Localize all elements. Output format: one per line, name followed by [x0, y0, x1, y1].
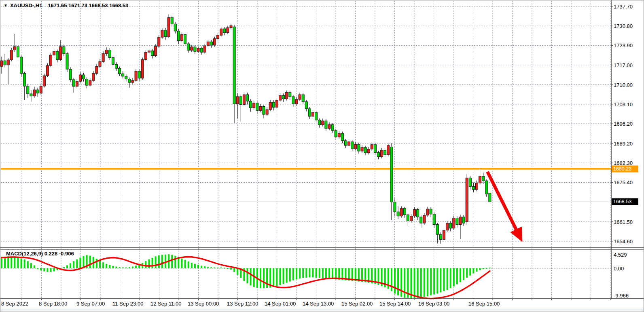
time-tick-label: 13 Sep 12:00: [227, 301, 258, 307]
time-tick-label: 8 Sep 18:00: [39, 301, 67, 307]
time-tick-label: 14 Sep 01:00: [265, 301, 296, 307]
price-gridlines: [1, 6, 611, 241]
price-tick-label: 1710.00: [614, 82, 633, 88]
price-tick-label: 1723.90: [614, 42, 633, 48]
time-tick-label: 15 Sep 14:00: [379, 301, 411, 307]
chart-canvas[interactable]: [0, 0, 644, 312]
chart-window: ▼ XAUUSD-,H1 1671.65 1671.73 1668.53 166…: [0, 0, 644, 312]
down-arrow-annotation: [487, 172, 520, 237]
price-tick-label: 1696.20: [614, 121, 633, 127]
macd-signal-line: [2, 257, 490, 298]
orange-price-tag: 1680.23: [612, 165, 638, 172]
time-tick-label: 14 Sep 13:00: [303, 301, 334, 307]
price-tick-label: 1730.80: [614, 23, 633, 29]
price-tick-label: 1737.70: [614, 4, 633, 10]
ohlc-readout: 1671.65 1671.73 1668.53 1668.53: [48, 2, 128, 8]
price-tick-label: 1661.50: [614, 219, 633, 225]
price-tick-label: 1654.60: [614, 238, 633, 244]
time-tick-label: 8 Sep 2022: [1, 301, 28, 307]
symbol-period-label: XAUUSD-,H1: [10, 2, 42, 8]
price-tick-label: 1717.00: [614, 62, 633, 68]
time-tick-label: 11 Sep 23:00: [112, 301, 143, 307]
time-tick-label: 16 Sep 15:00: [468, 301, 500, 307]
time-tick-label: 12 Sep 11:00: [150, 301, 181, 307]
price-tick-label: 1675.40: [614, 179, 633, 186]
macd-tick-label: 0.00: [614, 266, 624, 272]
chart-title-row: ▼ XAUUSD-,H1 1671.65 1671.73 1668.53 166…: [4, 2, 128, 8]
time-tick-label: 15 Sep 02:00: [341, 301, 373, 307]
bid-price-tag: 1668.53: [612, 198, 638, 205]
price-tick-label: 1689.20: [614, 141, 633, 147]
symbol-dropdown-icon[interactable]: ▼: [4, 3, 8, 8]
macd-histogram: [1, 254, 491, 298]
macd-tick-label: 4.529: [614, 252, 627, 258]
candlestick-series: [0, 15, 491, 244]
time-tick-label: 9 Sep 07:00: [76, 301, 105, 307]
price-tick-label: 1703.10: [614, 101, 633, 107]
time-tick-label: 16 Sep 03:00: [418, 301, 449, 307]
macd-tick-label: -9.966: [614, 293, 629, 299]
time-tick-label: 13 Sep 00:00: [188, 301, 219, 307]
macd-indicator-label: MACD(12,26,9) 0.228 -0.906: [6, 251, 74, 257]
